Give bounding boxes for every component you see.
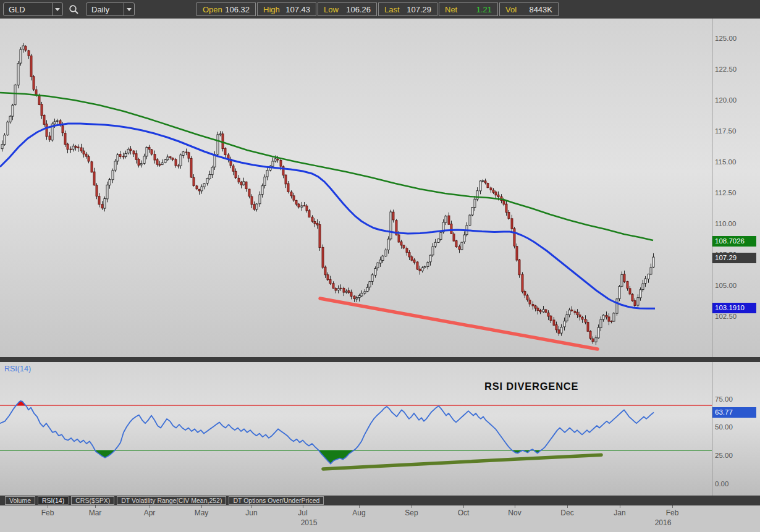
search-icon bbox=[69, 4, 79, 15]
chevron-down-icon[interactable] bbox=[124, 3, 134, 15]
candle bbox=[85, 154, 87, 156]
candle bbox=[316, 223, 318, 225]
month-label: Jun bbox=[245, 509, 257, 517]
rsi-trendline[interactable] bbox=[323, 455, 601, 469]
candle bbox=[335, 289, 337, 290]
candle bbox=[112, 171, 114, 180]
candle bbox=[495, 192, 497, 195]
candle bbox=[345, 291, 347, 292]
candle bbox=[650, 268, 652, 274]
quote-value: 107.43 bbox=[285, 5, 310, 14]
candle bbox=[114, 161, 116, 170]
rsi-tick-label: 0.00 bbox=[715, 480, 728, 488]
candle bbox=[476, 191, 478, 200]
tab-crs-spx-[interactable]: CRS($SPX) bbox=[71, 496, 114, 505]
candle bbox=[427, 263, 429, 267]
candle bbox=[133, 151, 135, 154]
panel-divider[interactable] bbox=[0, 357, 760, 362]
candle bbox=[298, 204, 300, 207]
candle bbox=[627, 282, 628, 289]
timeframe-combo[interactable]: Daily bbox=[86, 2, 135, 16]
tab-dt-options-over-underpriced[interactable]: DT Options Over/UnderPriced bbox=[229, 496, 324, 505]
candle bbox=[101, 205, 103, 208]
candle bbox=[516, 247, 518, 260]
candle bbox=[568, 310, 570, 315]
candle bbox=[109, 180, 111, 185]
month-tick bbox=[672, 505, 673, 508]
candle bbox=[7, 122, 9, 135]
candle bbox=[177, 166, 179, 166]
candle bbox=[545, 310, 547, 312]
rsi-divergence-annotation[interactable]: RSI DIVERGENCE bbox=[484, 381, 578, 392]
candle bbox=[303, 206, 305, 206]
search-button[interactable] bbox=[66, 2, 81, 16]
quote-label: Open bbox=[203, 5, 222, 14]
rsi-tick-label: 50.00 bbox=[715, 423, 733, 431]
candle bbox=[203, 184, 205, 187]
candle bbox=[117, 154, 119, 161]
rsi-panel[interactable]: RSI(14) RSI DIVERGENCE 75.0050.0025.000.… bbox=[0, 362, 760, 496]
tab-volume[interactable]: Volume bbox=[5, 496, 35, 505]
candle bbox=[324, 267, 326, 275]
chevron-down-icon[interactable] bbox=[52, 3, 62, 15]
candle bbox=[358, 296, 360, 298]
candle bbox=[387, 239, 389, 250]
candle bbox=[96, 185, 98, 196]
timeframe-value: Daily bbox=[87, 5, 124, 14]
candle bbox=[285, 175, 287, 184]
price-chart[interactable] bbox=[0, 19, 712, 357]
candle bbox=[640, 290, 641, 298]
candle bbox=[62, 126, 64, 133]
candle bbox=[458, 247, 460, 250]
candle bbox=[521, 274, 523, 292]
candle bbox=[503, 200, 505, 205]
quote-box-open: Open106.32 bbox=[196, 2, 256, 16]
candle bbox=[429, 255, 431, 262]
month-label: Jul bbox=[298, 509, 307, 517]
tab-rsi-14-[interactable]: RSI(14) bbox=[38, 496, 69, 505]
candle bbox=[505, 204, 507, 213]
candle bbox=[72, 146, 74, 149]
candle bbox=[188, 153, 190, 158]
candle bbox=[266, 171, 268, 177]
candle bbox=[421, 268, 423, 271]
candle bbox=[518, 260, 520, 275]
candle bbox=[196, 186, 198, 189]
price-panel[interactable]: 125.00122.50120.00117.50115.00112.50110.… bbox=[0, 19, 760, 357]
candle bbox=[571, 310, 573, 311]
symbol-combo[interactable]: GLD bbox=[3, 2, 63, 16]
tab-dt-volatility-range-civ-mean-252-[interactable]: DT Volatility Range(CIV Mean,252) bbox=[117, 496, 226, 505]
candle bbox=[434, 242, 436, 246]
candle bbox=[127, 149, 129, 153]
price-trendline[interactable] bbox=[320, 298, 597, 349]
rsi-value-badge: 63.77 bbox=[712, 407, 756, 418]
candle bbox=[490, 188, 492, 190]
candle bbox=[311, 217, 313, 221]
candle bbox=[75, 146, 77, 147]
candle bbox=[180, 155, 182, 166]
candle bbox=[553, 320, 555, 326]
price-tick-label: 120.00 bbox=[715, 96, 737, 104]
candle bbox=[366, 287, 368, 292]
candle bbox=[631, 294, 633, 301]
candle bbox=[251, 196, 253, 205]
candle bbox=[403, 245, 405, 248]
date-axis[interactable]: FebMarAprMayJunJulAugSepOctNovDecJanFeb2… bbox=[0, 505, 760, 532]
candle bbox=[634, 301, 636, 306]
candle bbox=[306, 206, 308, 211]
candle bbox=[558, 330, 560, 334]
rsi-indicator-label[interactable]: RSI(14) bbox=[4, 365, 31, 373]
rsi-chart[interactable] bbox=[0, 362, 712, 496]
candle bbox=[17, 64, 19, 85]
month-label: Feb bbox=[41, 509, 54, 517]
candle bbox=[172, 158, 174, 159]
ma-green-line[interactable] bbox=[0, 93, 653, 240]
price-tick-label: 125.00 bbox=[715, 35, 737, 42]
candle bbox=[4, 135, 6, 145]
candle bbox=[371, 275, 373, 282]
candle bbox=[492, 190, 494, 193]
ma-blue-value-badge: 103.1910 bbox=[712, 303, 756, 313]
candle bbox=[644, 279, 646, 284]
candle bbox=[290, 192, 292, 196]
month-label: Apr bbox=[144, 509, 156, 517]
